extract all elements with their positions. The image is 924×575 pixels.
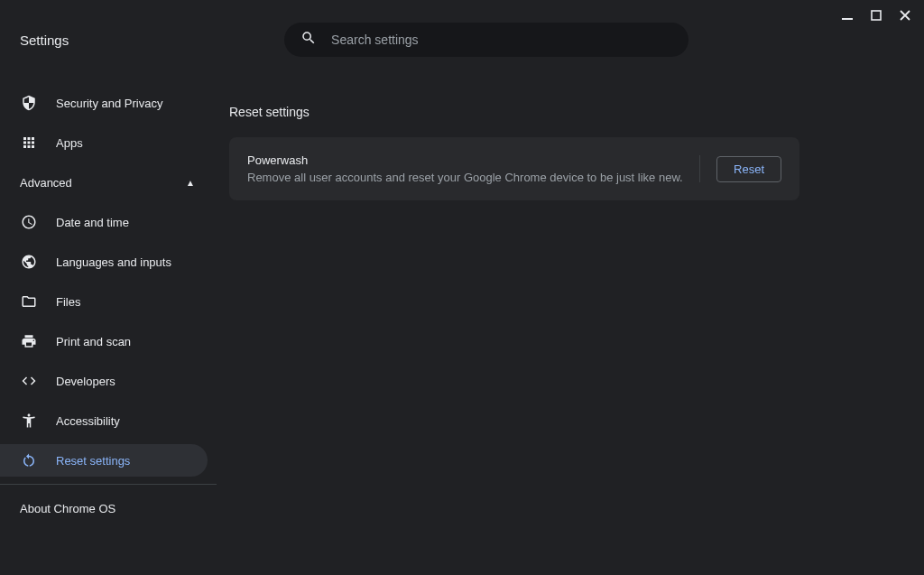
sidebar-item-developers[interactable]: Developers — [0, 361, 229, 401]
maximize-icon[interactable] — [868, 7, 884, 23]
sidebar-item-label: Print and scan — [56, 335, 131, 348]
card-text: Powerwash Remove all user accounts and r… — [247, 153, 683, 184]
search-input[interactable] — [331, 32, 672, 47]
advanced-label: Advanced — [20, 176, 72, 190]
sidebar-item-reset-settings[interactable]: Reset settings — [0, 444, 208, 477]
window-controls — [839, 7, 913, 23]
card-title: Powerwash — [247, 153, 683, 167]
header: Settings — [0, 0, 924, 79]
card-description: Remove all user accounts and reset your … — [247, 171, 683, 184]
apps-icon — [20, 134, 38, 152]
reset-button[interactable]: Reset — [716, 156, 781, 182]
sidebar-item-files[interactable]: Files — [0, 282, 229, 321]
accessibility-icon — [20, 412, 38, 430]
print-icon — [20, 332, 38, 350]
sidebar-item-about[interactable]: About Chrome OS — [0, 488, 229, 528]
sidebar-item-print[interactable]: Print and scan — [0, 321, 229, 361]
sidebar-item-label: Date and time — [56, 216, 129, 229]
search-box[interactable] — [284, 23, 688, 57]
svg-rect-0 — [842, 18, 853, 20]
folder-icon — [20, 292, 38, 311]
sidebar-advanced-toggle[interactable]: Advanced ▲ — [0, 162, 229, 202]
section-title: Reset settings — [229, 105, 901, 119]
sidebar-item-languages[interactable]: Languages and inputs — [0, 242, 229, 282]
sidebar-item-label: Security and Privacy — [56, 97, 163, 110]
card-divider — [699, 155, 700, 182]
svg-rect-1 — [872, 11, 881, 20]
close-icon[interactable] — [897, 7, 913, 23]
content-area: Reset settings Powerwash Remove all user… — [229, 79, 924, 528]
chevron-up-icon: ▲ — [186, 178, 195, 188]
powerwash-card: Powerwash Remove all user accounts and r… — [229, 137, 799, 200]
shield-icon — [20, 94, 38, 112]
sidebar-divider — [0, 484, 217, 485]
sidebar-item-date-time[interactable]: Date and time — [0, 202, 229, 242]
page-title: Settings — [20, 32, 69, 48]
sidebar: Security and Privacy Apps Advanced ▲ Dat… — [0, 79, 229, 528]
sidebar-item-security[interactable]: Security and Privacy — [0, 83, 229, 123]
sidebar-item-accessibility[interactable]: Accessibility — [0, 401, 229, 441]
globe-icon — [20, 253, 38, 271]
reset-icon — [20, 451, 38, 469]
sidebar-item-label: Files — [56, 295, 80, 309]
sidebar-item-apps[interactable]: Apps — [0, 123, 229, 162]
clock-icon — [20, 213, 38, 231]
sidebar-item-label: Reset settings — [56, 454, 130, 468]
sidebar-item-label: Developers — [56, 375, 116, 388]
sidebar-item-label: Apps — [56, 136, 83, 150]
sidebar-item-label: Languages and inputs — [56, 255, 171, 269]
sidebar-item-label: About Chrome OS — [20, 502, 116, 515]
sidebar-item-label: Accessibility — [56, 414, 120, 428]
code-icon — [20, 372, 38, 390]
minimize-icon[interactable] — [839, 7, 855, 23]
search-icon — [300, 30, 317, 50]
